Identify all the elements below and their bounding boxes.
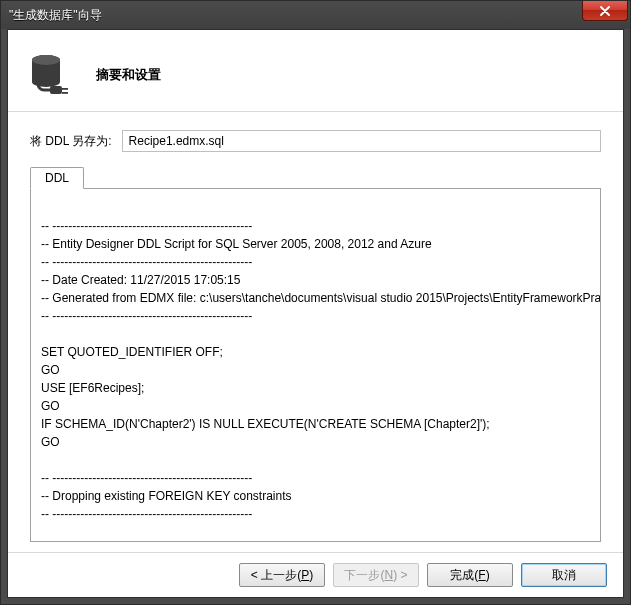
- svg-rect-3: [62, 88, 68, 90]
- tabstrip: DDL: [30, 166, 601, 189]
- finish-button-prefix: 完成(: [450, 568, 478, 582]
- client-area: 摘要和设置 将 DDL 另存为: DDL < 上一步(P) 下一步(N) > 完…: [7, 29, 624, 598]
- wizard-window: "生成数据库"向导 摘要和设置: [0, 0, 631, 605]
- next-button-key: N: [384, 568, 393, 582]
- next-button: 下一步(N) >: [333, 563, 419, 587]
- titlebar[interactable]: "生成数据库"向导: [1, 1, 630, 29]
- window-title: "生成数据库"向导: [9, 7, 102, 24]
- ddl-panel: [30, 189, 601, 542]
- save-as-row: 将 DDL 另存为:: [30, 130, 601, 152]
- svg-point-1: [32, 55, 60, 65]
- wizard-content: 将 DDL 另存为: DDL: [8, 112, 623, 552]
- save-as-input[interactable]: [122, 130, 601, 152]
- save-as-label: 将 DDL 另存为:: [30, 133, 112, 150]
- back-button-prefix: < 上一步(: [251, 568, 301, 582]
- svg-rect-2: [50, 86, 62, 94]
- finish-button-suffix: ): [486, 568, 490, 582]
- finish-button[interactable]: 完成(F): [427, 563, 513, 587]
- next-button-suffix: ) >: [393, 568, 407, 582]
- wizard-header-title: 摘要和设置: [96, 66, 161, 84]
- close-button[interactable]: [582, 1, 628, 21]
- database-plug-icon: [28, 52, 72, 98]
- close-icon: [599, 6, 611, 16]
- ddl-text[interactable]: [31, 189, 600, 541]
- wizard-header: 摘要和设置: [8, 30, 623, 112]
- wizard-footer: < 上一步(P) 下一步(N) > 完成(F) 取消: [8, 552, 623, 597]
- cancel-button[interactable]: 取消: [521, 563, 607, 587]
- next-button-prefix: 下一步(: [344, 568, 384, 582]
- back-button[interactable]: < 上一步(P): [239, 563, 325, 587]
- svg-rect-4: [62, 92, 68, 94]
- back-button-suffix: ): [309, 568, 313, 582]
- back-button-key: P: [301, 568, 309, 582]
- tab-ddl[interactable]: DDL: [30, 167, 84, 189]
- finish-button-key: F: [478, 568, 485, 582]
